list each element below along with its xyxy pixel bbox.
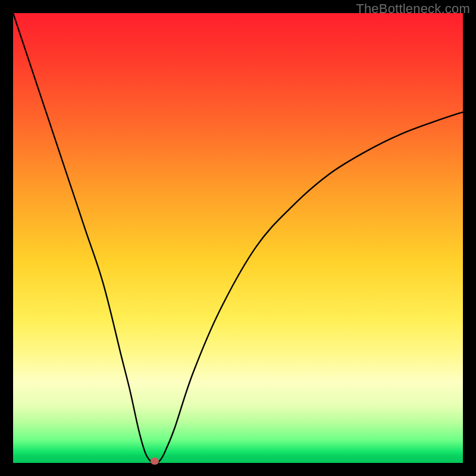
minimum-marker <box>151 458 159 465</box>
watermark-text: TheBottleneck.com <box>356 1 470 17</box>
plot-area <box>13 13 463 463</box>
chart-frame: TheBottleneck.com <box>0 0 476 476</box>
bottleneck-curve <box>13 13 463 463</box>
